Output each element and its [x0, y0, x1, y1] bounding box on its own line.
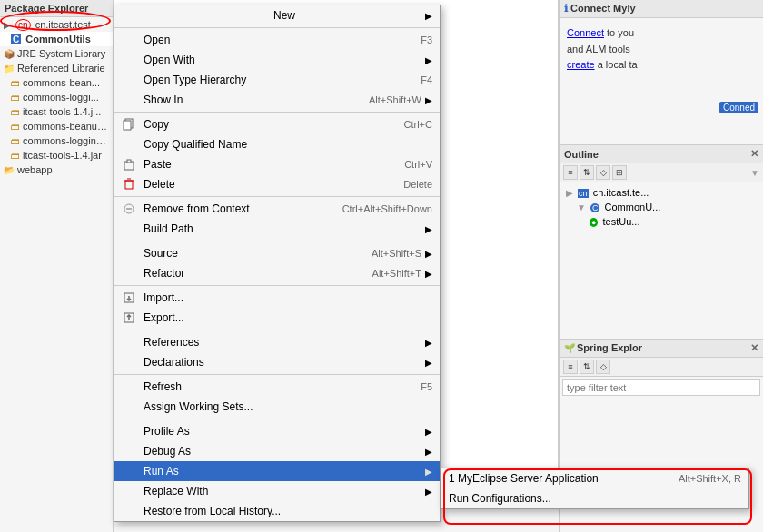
menu-label-source: Source	[144, 247, 178, 260]
outline-item-common[interactable]: ▼ C CommonU...	[562, 200, 760, 214]
outline-toolbar: ≡ ⇅ ◇ ⊞ ▼	[560, 163, 763, 182]
menu-item-debug-as[interactable]: Debug As ▶	[114, 441, 440, 461]
menu-label-run-as: Run As	[144, 465, 179, 478]
tree-item-jre[interactable]: 📦 JRE System Library	[0, 46, 113, 61]
outline-toolbar-btn-1[interactable]: ≡	[563, 165, 578, 180]
tree-item-commons-bean[interactable]: 🗃 commons-bean...	[0, 75, 113, 90]
outline-panel-title-bar: Outline ✕	[560, 145, 763, 163]
tree-item-commons-loggi[interactable]: 🗃 commons-loggi...	[0, 90, 113, 104]
run-as-submenu: 1 MyEclipse Server Application Alt+Shift…	[441, 468, 749, 509]
context-menu: New ▶ Open F3 Open With ▶ Open Type Hier…	[114, 5, 441, 522]
package-explorer-title: Package Explorer	[0, 0, 113, 17]
outline-toolbar-btn-3[interactable]: ◇	[596, 165, 610, 180]
menu-arrow-replace-with: ▶	[425, 487, 432, 497]
spring-filter-input[interactable]	[562, 379, 760, 396]
tree-item-itcast-tools-jar[interactable]: 🗃 itcast-tools-1.4.jar	[0, 148, 113, 163]
menu-item-references[interactable]: References ▶	[114, 332, 440, 352]
menu-item-source[interactable]: Source Alt+Shift+S ▶	[114, 243, 440, 263]
menu-item-export[interactable]: Export...	[114, 308, 440, 328]
menu-label-refactor: Refactor	[144, 267, 184, 280]
menu-item-refresh[interactable]: Refresh F5	[114, 377, 440, 397]
menu-item-refactor[interactable]: Refactor Alt+Shift+T ▶	[114, 263, 440, 283]
connect-panel-title-bar: ℹ Connect Myly	[560, 0, 763, 18]
tree-item-webapp[interactable]: 📂 webapp	[0, 163, 113, 177]
menu-label-delete: Delete	[144, 178, 175, 191]
svg-rect-1	[124, 121, 131, 130]
spring-toolbar-btn-1[interactable]: ≡	[563, 360, 578, 374]
left-panel: Package Explorer ▶ cn cn.itcast.test C C…	[0, 0, 114, 532]
outline-item-cn-itcast[interactable]: ▶ cn cn.itcast.te...	[562, 185, 760, 200]
copy-icon	[120, 118, 138, 131]
menu-shortcut-delete: Delete	[403, 179, 432, 190]
connected-badge: Conned	[719, 102, 758, 113]
spring-toolbar-btn-2[interactable]: ⇅	[580, 360, 594, 374]
menu-arrow-open-with: ▶	[425, 55, 432, 65]
menu-label-replace-with: Replace With	[144, 485, 208, 498]
submenu-label-myeclipse: 1 MyEclipse Server Application	[449, 472, 599, 485]
spring-close-icon[interactable]: ✕	[750, 342, 758, 354]
outline-close-icon[interactable]: ✕	[750, 148, 758, 160]
tree-item-itcast-tools[interactable]: 🗃 itcast-tools-1.4.j...	[0, 104, 113, 119]
menu-label-profile-as: Profile As	[144, 425, 190, 438]
separator-2	[114, 112, 440, 113]
outline-item-test[interactable]: ● testUu...	[562, 214, 760, 229]
menu-shortcut-paste: Ctrl+V	[404, 159, 432, 170]
connect-panel-title: ℹ Connect Myly	[564, 3, 636, 15]
outline-toolbar-btn-2[interactable]: ⇅	[580, 165, 594, 180]
menu-item-import[interactable]: Import...	[114, 288, 440, 308]
menu-shortcut-refactor: Alt+Shift+T	[372, 268, 421, 279]
spring-panel-title-bar: 🌱 Spring Explor ✕	[560, 340, 763, 358]
menu-arrow-references: ▶	[425, 338, 432, 348]
submenu-item-myeclipse[interactable]: 1 MyEclipse Server Application Alt+Shift…	[441, 468, 748, 488]
menu-item-new[interactable]: New ▶	[114, 5, 440, 25]
create-link[interactable]: create	[567, 59, 595, 70]
menu-item-build-path[interactable]: Build Path ▶	[114, 219, 440, 239]
menu-arrow-source: ▶	[425, 249, 432, 259]
tree-item-commons-logging[interactable]: 🗃 commons-logging-...	[0, 133, 113, 148]
separator-5	[114, 285, 440, 286]
menu-item-assign-working-sets[interactable]: Assign Working Sets...	[114, 397, 440, 417]
connect-text-3: a local ta	[598, 59, 638, 70]
menu-label-copy: Copy	[144, 118, 169, 131]
common-icon: C	[590, 203, 600, 212]
menu-item-show-in[interactable]: Show In Alt+Shift+W ▶	[114, 90, 440, 110]
menu-shortcut-open: F3	[421, 34, 432, 45]
tree-item-reflibs[interactable]: 📁 Referenced Librarie	[0, 61, 113, 75]
menu-arrow-new: ▶	[425, 11, 432, 21]
spring-icon: 🌱	[564, 343, 575, 353]
menu-item-copy[interactable]: Copy Ctrl+C	[114, 114, 440, 134]
svg-rect-4	[125, 181, 133, 189]
menu-item-profile-as[interactable]: Profile As ▶	[114, 421, 440, 441]
delete-icon	[120, 178, 138, 191]
menu-item-open[interactable]: Open F3	[114, 30, 440, 50]
menu-item-copy-qualified[interactable]: Copy Qualified Name	[114, 134, 440, 154]
menu-item-declarations[interactable]: Declarations ▶	[114, 352, 440, 372]
menu-label-declarations: Declarations	[144, 356, 204, 369]
outline-label-cn: cn.itcast.te...	[593, 187, 649, 198]
submenu-item-run-configurations[interactable]: Run Configurations...	[441, 488, 748, 508]
tree-item-cn-itcast[interactable]: ▶ cn cn.itcast.test	[0, 17, 113, 32]
tree-item-commonutils[interactable]: C CommonUtils	[0, 32, 113, 46]
menu-item-restore-local-history[interactable]: Restore from Local History...	[114, 501, 440, 521]
menu-shortcut-open-type-hierarchy: F4	[421, 74, 432, 85]
connect-link[interactable]: Connect	[567, 27, 604, 38]
outline-label-common: CommonU...	[605, 202, 661, 212]
menu-item-open-with[interactable]: Open With ▶	[114, 50, 440, 70]
menu-arrow-run-as: ▶	[425, 467, 432, 477]
separator-3	[114, 196, 440, 197]
menu-label-refresh: Refresh	[144, 380, 182, 393]
spring-toolbar-btn-3[interactable]: ◇	[596, 360, 610, 374]
menu-item-run-as[interactable]: Run As ▶	[114, 461, 440, 481]
menu-item-paste[interactable]: Paste Ctrl+V	[114, 154, 440, 174]
outline-collapse-icon[interactable]: ▼	[750, 168, 759, 178]
menu-item-remove-context[interactable]: Remove from Context Ctrl+Alt+Shift+Down	[114, 199, 440, 219]
menu-item-replace-with[interactable]: Replace With ▶	[114, 481, 440, 501]
submenu-label-run-configurations: Run Configurations...	[449, 492, 551, 505]
menu-label-restore-local-history: Restore from Local History...	[144, 505, 281, 517]
menu-item-delete[interactable]: Delete Delete	[114, 174, 440, 194]
outline-toolbar-btn-4[interactable]: ⊞	[612, 165, 627, 180]
menu-label-build-path: Build Path	[144, 222, 193, 235]
menu-label-export: Export...	[144, 311, 184, 324]
tree-item-commons-beanutils[interactable]: 🗃 commons-beanutils...	[0, 119, 113, 133]
menu-item-open-type-hierarchy[interactable]: Open Type Hierarchy F4	[114, 70, 440, 90]
